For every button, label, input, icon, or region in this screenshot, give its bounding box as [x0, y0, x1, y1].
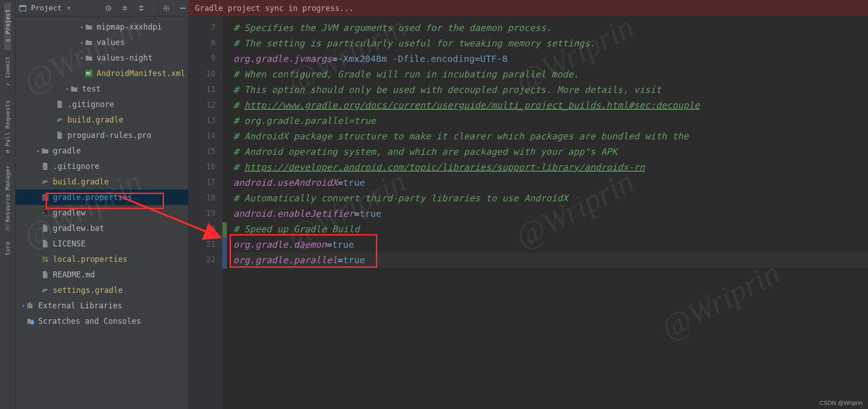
svg-rect-22	[27, 303, 29, 308]
tool-pull-requests[interactable]: ⇅ Pull Requests	[4, 94, 11, 159]
tool-structure[interactable]: ture	[4, 235, 11, 262]
code-line[interactable]: org.gradle.daemon=true	[233, 237, 868, 252]
line-number[interactable]: 18	[206, 193, 216, 202]
tree-expand-arrow[interactable]: ▸	[79, 24, 85, 30]
svg-rect-18	[43, 257, 45, 259]
code-line[interactable]: # This option should only be used with d…	[233, 82, 868, 97]
code-line[interactable]: # Specifies the JVM arguments used for t…	[233, 20, 868, 36]
tree-item[interactable]: Scratches and Consoles	[15, 313, 188, 329]
line-number[interactable]: 9	[211, 54, 216, 63]
scratch-icon	[26, 317, 35, 325]
tool-project[interactable]: ▯ Project	[4, 3, 11, 50]
code-token-val: true	[360, 208, 381, 219]
tree-item[interactable]: ▸test	[15, 81, 188, 97]
line-number[interactable]: 15	[206, 147, 216, 156]
line-number[interactable]: 10	[206, 69, 216, 78]
project-view-label[interactable]: Project	[31, 4, 62, 12]
code-token-eq: =	[354, 208, 360, 219]
svg-point-3	[108, 7, 109, 9]
tree-item[interactable]: MFAndroidManifest.xml	[15, 66, 188, 81]
tree-item-label: AndroidManifest.xml	[97, 69, 185, 78]
gradle-icon	[41, 286, 49, 294]
select-opened-file-button[interactable]	[103, 2, 114, 14]
tree-item[interactable]: ▸values-night	[15, 50, 188, 66]
tree-item-label: .gitignore	[67, 100, 114, 109]
hide-pane-button[interactable]	[177, 2, 189, 14]
code-line[interactable]: android.useAndroidX=true	[233, 175, 868, 190]
tree-item[interactable]: gradle.properties	[15, 189, 188, 205]
code-line[interactable]: # http://www.gradle.org/docs/current/use…	[233, 97, 868, 113]
project-view-icon	[19, 5, 26, 12]
code-line[interactable]: org.gradle.parallel=true	[233, 252, 868, 268]
code-line[interactable]: android.enableJetifier=true	[233, 206, 868, 221]
code-line[interactable]: # Android operating system, and which ar…	[233, 144, 868, 159]
tree-item[interactable]: .gitignore	[15, 97, 188, 112]
collapse-all-button[interactable]	[135, 2, 147, 14]
tree-expand-arrow[interactable]: ▸	[36, 148, 41, 154]
line-number[interactable]: 12	[206, 100, 216, 109]
code-line[interactable]: # Automatically convert third-party libr…	[233, 190, 868, 206]
line-number[interactable]: 14	[206, 131, 216, 140]
tree-item[interactable]: >_gradlew	[15, 205, 188, 220]
tree-item[interactable]: ▸External Libraries	[15, 298, 188, 313]
code-line[interactable]: # When configured, Gradle will run in in…	[233, 66, 868, 82]
editor-gutter[interactable]: 78910111213141516171819202122	[189, 16, 222, 409]
line-number[interactable]: 13	[206, 116, 216, 125]
tree-item-label: LICENSE	[53, 239, 86, 248]
line-number[interactable]: 19	[206, 209, 216, 218]
tree-item[interactable]: build.gradle	[15, 112, 188, 128]
code-line[interactable]: # AndroidX package structure to make it …	[233, 128, 868, 144]
tree-item[interactable]: .gitignore	[15, 158, 188, 174]
line-number[interactable]: 11	[206, 85, 216, 94]
separator	[154, 3, 154, 13]
code-line[interactable]: # https://developer.android.com/topic/li…	[233, 159, 868, 175]
tree-item-label: build.gradle	[67, 115, 123, 124]
line-number[interactable]: 16	[206, 162, 216, 171]
tree-item[interactable]: proguard-rules.pro	[15, 128, 188, 143]
tree-item[interactable]: gradlew.bat	[15, 220, 188, 236]
tool-project-label: Project	[4, 9, 11, 34]
lib-icon	[26, 302, 35, 310]
line-number[interactable]: 8	[211, 38, 216, 47]
line-number[interactable]: 7	[211, 23, 216, 32]
line-number[interactable]: 22	[206, 255, 216, 264]
sh-icon: >_	[41, 209, 49, 217]
tree-item[interactable]: local.properties	[15, 251, 188, 267]
tree-item[interactable]: ▸gradle	[15, 143, 188, 158]
tree-item-label: gradlew	[53, 208, 86, 217]
tool-commit[interactable]: ✓ Commit	[4, 50, 11, 94]
code-token-comment: # AndroidX package structure to make it …	[233, 131, 688, 142]
project-pane[interactable]: ▸mipmap-xxxhdpi▸values▸values-nightMFAnd…	[15, 16, 189, 409]
tree-expand-arrow[interactable]: ▸	[21, 302, 26, 309]
line-number[interactable]: 21	[206, 240, 216, 249]
tree-item[interactable]: README.md	[15, 267, 188, 282]
tree-item[interactable]: build.gradle	[15, 174, 188, 189]
chevron-down-icon[interactable]: ▼	[67, 5, 70, 11]
tree-item[interactable]: LICENSE	[15, 236, 188, 251]
expand-all-button[interactable]	[119, 2, 131, 14]
code-editor[interactable]: 78910111213141516171819202122 # Specifie…	[189, 16, 868, 409]
code-line[interactable]: # org.gradle.parallel=true	[233, 113, 868, 128]
settings-button[interactable]	[160, 2, 172, 14]
line-number[interactable]: 20	[206, 224, 216, 233]
tree-item[interactable]: ▸mipmap-xxxhdpi	[15, 19, 188, 35]
folder-icon	[85, 38, 93, 46]
code-line[interactable]: # Speed up Gradle Build	[233, 221, 868, 237]
csdn-credit: CSDN @Wriprin	[819, 399, 863, 406]
line-number[interactable]: 17	[206, 178, 216, 187]
tree-expand-arrow[interactable]: ▸	[79, 55, 85, 61]
tool-pr-label: Pull Requests	[4, 100, 11, 147]
tree-item[interactable]: ▸values	[15, 35, 188, 50]
code-token-comment: # Specifies the JVM arguments used for t…	[233, 22, 551, 33]
tree-expand-arrow[interactable]: ▸	[65, 86, 70, 92]
svg-rect-14	[46, 198, 47, 199]
tree-item[interactable]: settings.gradle	[15, 282, 188, 298]
tool-resource-manager[interactable]: ░ Resource Manager	[4, 159, 11, 235]
manifest-icon: MF	[85, 69, 93, 77]
editor-code-area[interactable]: # Specifies the JVM arguments used for t…	[222, 16, 868, 409]
svg-rect-12	[46, 195, 47, 197]
code-line[interactable]: org.gradle.jvmargs=-Xmx2048m -Dfile.enco…	[233, 51, 868, 66]
tree-expand-arrow[interactable]: ▸	[79, 39, 85, 46]
svg-rect-5	[180, 8, 185, 9]
code-line[interactable]: # The setting is particularly useful for…	[233, 36, 868, 51]
